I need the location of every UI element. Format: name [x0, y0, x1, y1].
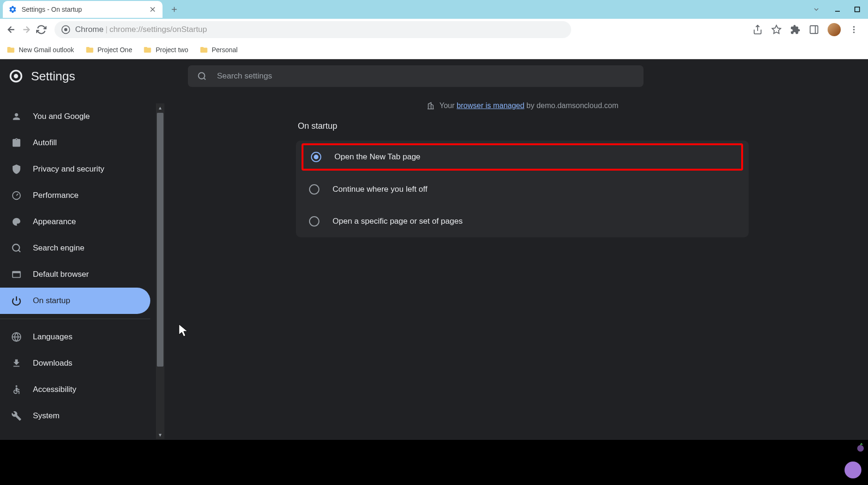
- maximize-icon[interactable]: [854, 6, 860, 13]
- svg-point-11: [198, 73, 204, 79]
- sidebar-item-label: Performance: [33, 191, 78, 200]
- bookmark-label: Project two: [155, 46, 188, 54]
- omnibox[interactable]: Chrome|chrome://settings/onStartup: [54, 21, 571, 38]
- sidebar-item-label: Autofill: [33, 138, 57, 148]
- building-icon: [426, 102, 435, 110]
- bookmark-item[interactable]: Project One: [85, 46, 132, 54]
- search-input[interactable]: Search settings: [188, 65, 643, 87]
- radio-button[interactable]: [309, 184, 319, 195]
- window-controls: [834, 6, 860, 13]
- svg-point-8: [853, 31, 854, 33]
- sidebar-item-autofill[interactable]: Autofill: [0, 130, 155, 156]
- share-icon[interactable]: [752, 24, 763, 35]
- sidebar-item-system[interactable]: System: [0, 403, 155, 429]
- search-icon: [11, 243, 22, 253]
- bookmarks-bar: New Gmail outlook Project One Project tw…: [0, 40, 868, 59]
- svg-rect-4: [810, 26, 818, 34]
- sidepanel-icon[interactable]: [809, 24, 819, 35]
- taskbar: [0, 440, 868, 485]
- sidebar-item-accessibility[interactable]: Accessibility: [0, 376, 155, 403]
- address-bar: Chrome|chrome://settings/onStartup: [0, 19, 868, 40]
- radio-option[interactable]: Open the New Tab page: [302, 143, 743, 171]
- sidebar-item-downloads[interactable]: Downloads: [0, 350, 155, 376]
- omnibox-text: Chrome|chrome://settings/onStartup: [75, 25, 207, 34]
- folder-icon: [143, 46, 152, 54]
- managed-prefix: Your: [440, 102, 457, 110]
- svg-point-17: [857, 445, 864, 452]
- radio-option[interactable]: Continue where you left off: [296, 173, 749, 205]
- menu-icon[interactable]: [849, 25, 859, 34]
- svg-point-7: [853, 29, 854, 30]
- forward-button[interactable]: [21, 24, 32, 35]
- sidebar-item-you-and-google[interactable]: You and Google: [0, 103, 155, 130]
- person-icon: [11, 111, 22, 122]
- clipboard-icon: [11, 138, 22, 148]
- cursor-icon: [178, 323, 190, 338]
- bookmark-star-icon[interactable]: [771, 24, 782, 35]
- sidebar-item-label: Languages: [33, 332, 72, 342]
- sidebar-item-label: On startup: [33, 296, 70, 305]
- bookmark-label: Personal: [212, 46, 238, 54]
- main-content: Your browser is managed by demo.damsoncl…: [164, 59, 868, 440]
- bookmark-item[interactable]: New Gmail outlook: [7, 46, 74, 54]
- sidebar-item-default-browser[interactable]: Default browser: [0, 261, 155, 288]
- tab-bar: Settings - On startup: [0, 0, 868, 19]
- sidebar-wrap: You and GoogleAutofillPrivacy and securi…: [0, 59, 164, 440]
- palette-icon: [11, 217, 22, 227]
- managed-link[interactable]: browser is managed: [457, 102, 524, 110]
- scroll-thumb[interactable]: [157, 113, 163, 367]
- scroll-down-icon[interactable]: ▼: [156, 430, 164, 439]
- radio-button[interactable]: [311, 152, 321, 162]
- extensions-icon[interactable]: [790, 24, 800, 35]
- managed-suffix: by demo.damsoncloud.com: [524, 102, 618, 110]
- close-icon[interactable]: [148, 5, 157, 14]
- minimize-icon[interactable]: [834, 6, 841, 13]
- bookmark-label: Project One: [98, 46, 132, 54]
- speedometer-icon: [11, 190, 22, 201]
- download-icon: [11, 358, 22, 368]
- berry-icon[interactable]: [856, 443, 865, 452]
- avatar[interactable]: [828, 23, 841, 36]
- back-button[interactable]: [6, 24, 17, 35]
- shield-icon: [11, 164, 22, 174]
- tabs-dropdown-icon[interactable]: [813, 6, 820, 13]
- settings-page: Settings Search settings You and GoogleA…: [0, 59, 868, 440]
- scroll-up-icon[interactable]: ▲: [156, 103, 164, 112]
- svg-point-13: [13, 244, 20, 251]
- chrome-icon: [61, 25, 70, 34]
- sidebar-item-label: You and Google: [33, 112, 90, 121]
- settings-icon: [8, 5, 17, 14]
- settings-card: Open the New Tab pageContinue where you …: [296, 141, 749, 237]
- power-icon: [11, 296, 22, 306]
- sidebar-item-search-engine[interactable]: Search engine: [0, 235, 155, 261]
- radio-label: Open the New Tab page: [334, 152, 420, 162]
- page-title: Settings: [31, 69, 75, 84]
- radio-label: Continue where you left off: [333, 185, 427, 194]
- search-icon: [197, 71, 207, 81]
- bookmark-item[interactable]: Project two: [143, 46, 188, 54]
- radio-option[interactable]: Open a specific page or set of pages: [296, 205, 749, 237]
- sidebar-item-label: Appearance: [33, 217, 76, 227]
- search-placeholder: Search settings: [217, 71, 272, 81]
- sidebar: You and GoogleAutofillPrivacy and securi…: [0, 103, 155, 429]
- assistant-icon[interactable]: [845, 462, 861, 478]
- folder-icon: [7, 46, 15, 54]
- sidebar-item-label: Privacy and security: [33, 164, 104, 174]
- new-tab-button[interactable]: [167, 2, 181, 16]
- svg-point-16: [16, 385, 17, 387]
- sidebar-item-on-startup[interactable]: On startup: [0, 288, 150, 314]
- browser-tab[interactable]: Settings - On startup: [3, 1, 163, 18]
- sidebar-item-performance[interactable]: Performance: [0, 182, 155, 209]
- reload-button[interactable]: [36, 24, 47, 35]
- sidebar-item-appearance[interactable]: Appearance: [0, 209, 155, 235]
- scrollbar[interactable]: ▲ ▼: [156, 103, 164, 439]
- settings-header: Settings Search settings: [0, 59, 868, 93]
- chrome-logo-icon: [9, 70, 23, 83]
- sidebar-item-languages[interactable]: Languages: [0, 324, 155, 350]
- bookmark-item[interactable]: Personal: [200, 46, 238, 54]
- radio-button[interactable]: [309, 216, 319, 227]
- folder-icon: [85, 46, 94, 54]
- sidebar-item-privacy-and-security[interactable]: Privacy and security: [0, 156, 155, 182]
- radio-label: Open a specific page or set of pages: [333, 217, 463, 226]
- svg-point-2: [64, 28, 68, 31]
